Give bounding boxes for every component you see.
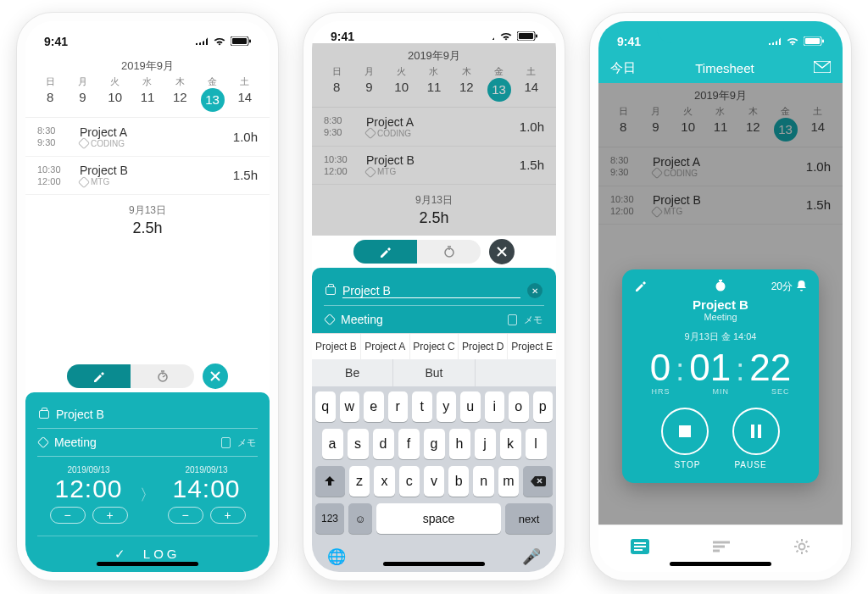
shift-key[interactable]: [315, 466, 345, 497]
next-key[interactable]: next: [505, 503, 553, 534]
calendar-day[interactable]: 土14: [229, 75, 261, 112]
stop-button[interactable]: [661, 408, 709, 455]
svg-rect-10: [822, 40, 824, 43]
tag-icon: [324, 314, 336, 325]
key[interactable]: y: [437, 391, 457, 422]
close-button[interactable]: [203, 364, 228, 389]
entry-mode-segmented[interactable]: [353, 240, 481, 264]
phone-screenshot-3: 9:41 今日 Timesheet 2019年9月 日8 月9 火10 水11: [590, 13, 851, 580]
key[interactable]: a: [322, 429, 343, 459]
kb-suggestion[interactable]: Be: [312, 359, 393, 386]
key[interactable]: t: [412, 391, 432, 422]
key[interactable]: b: [448, 466, 469, 497]
key[interactable]: w: [340, 391, 360, 422]
tab-reports[interactable]: [713, 539, 730, 558]
key[interactable]: e: [364, 391, 384, 422]
timer-mode-tab[interactable]: [417, 240, 481, 264]
svg-point-12: [716, 282, 726, 291]
key[interactable]: c: [399, 466, 420, 497]
backspace-key[interactable]: [523, 466, 553, 497]
key[interactable]: m: [498, 466, 519, 497]
key[interactable]: x: [374, 466, 394, 497]
memo-field[interactable]: メモ: [237, 436, 256, 449]
increment-button[interactable]: +: [92, 507, 128, 524]
manual-mode-tab[interactable]: [67, 364, 131, 388]
calendar-day[interactable]: 金13: [196, 75, 228, 112]
globe-icon[interactable]: 🌐: [327, 547, 346, 566]
end-time-picker[interactable]: 2019/09/13 14:00 −+: [159, 465, 254, 524]
key[interactable]: s: [348, 429, 369, 459]
tag-field[interactable]: Meeting: [54, 436, 214, 449]
tab-timesheet[interactable]: [631, 539, 649, 558]
battery-icon: [231, 35, 251, 48]
key[interactable]: j: [475, 429, 496, 459]
bell-icon[interactable]: [796, 280, 807, 294]
timer-mode-tab[interactable]: [131, 364, 194, 388]
key[interactable]: l: [526, 429, 547, 459]
battery-icon: [517, 30, 537, 43]
pause-button[interactable]: [732, 408, 780, 455]
key[interactable]: n: [473, 466, 493, 497]
tab-settings[interactable]: [793, 538, 810, 559]
suggestion-item[interactable]: Project E: [508, 334, 556, 359]
key[interactable]: r: [388, 391, 409, 422]
emoji-key[interactable]: ☺: [348, 503, 372, 534]
key[interactable]: v: [424, 466, 444, 497]
tag-icon: [37, 436, 49, 448]
wifi-icon: [213, 35, 226, 48]
briefcase-icon: [326, 286, 336, 295]
svg-rect-2: [249, 40, 251, 43]
suggestion-item[interactable]: Project B: [312, 334, 361, 359]
increment-button[interactable]: +: [210, 507, 246, 524]
key[interactable]: p: [533, 391, 554, 422]
today-button[interactable]: 今日: [610, 60, 636, 76]
status-time: 9:41: [331, 30, 354, 43]
calendar-day[interactable]: 火10: [99, 75, 131, 112]
bars-icon: [713, 541, 730, 554]
key[interactable]: i: [485, 391, 505, 422]
close-button[interactable]: [489, 239, 515, 264]
day-summary: 9月13日 2.5h: [25, 195, 270, 246]
key[interactable]: z: [349, 466, 370, 497]
calendar-day[interactable]: 水11: [131, 75, 164, 112]
entry-title: Project B: [80, 164, 233, 177]
project-input[interactable]: Project B: [342, 284, 520, 298]
pause-icon: [750, 425, 762, 438]
key[interactable]: o: [509, 391, 529, 422]
project-field[interactable]: Project B: [56, 408, 256, 421]
time-entry-row[interactable]: 8:309:30 Project ACODING 1.0h: [25, 118, 270, 157]
key[interactable]: u: [460, 391, 481, 422]
calendar-day[interactable]: 木12: [164, 75, 196, 112]
numbers-key[interactable]: 123: [315, 503, 344, 534]
kb-suggestion[interactable]: [476, 359, 556, 386]
time-entry-row[interactable]: 10:3012:00 Project BMTG 1.5h: [25, 157, 270, 196]
log-button[interactable]: ✓ LOG: [37, 536, 258, 572]
key[interactable]: k: [500, 429, 521, 459]
decrement-button[interactable]: −: [50, 507, 86, 524]
tag-input[interactable]: Meeting: [341, 313, 501, 326]
suggestion-item[interactable]: Project D: [459, 334, 508, 359]
entry-mode-segmented[interactable]: [67, 364, 194, 388]
manual-mode-tab[interactable]: [353, 240, 417, 264]
memo-icon: [508, 314, 517, 325]
mic-icon[interactable]: 🎤: [522, 547, 541, 566]
timer-project: Project B: [634, 297, 807, 312]
key[interactable]: h: [449, 429, 470, 459]
calendar-day[interactable]: 日8: [34, 75, 66, 112]
decrement-button[interactable]: −: [168, 507, 203, 524]
calendar-day[interactable]: 月9: [66, 75, 98, 112]
suggestion-item[interactable]: Project C: [410, 334, 459, 359]
space-key[interactable]: space: [376, 503, 501, 534]
key[interactable]: q: [315, 391, 336, 422]
log-entry-panel: Project B ✕ Meeting メモ: [312, 268, 556, 333]
key[interactable]: g: [424, 429, 445, 459]
edit-button[interactable]: [634, 280, 648, 294]
modal-dimmer[interactable]: [312, 43, 556, 236]
mail-icon[interactable]: [814, 61, 831, 75]
kb-suggestion[interactable]: But: [393, 359, 475, 386]
clear-button[interactable]: ✕: [527, 283, 542, 298]
key[interactable]: f: [398, 429, 420, 459]
suggestion-item[interactable]: Project A: [361, 334, 410, 359]
start-time-picker[interactable]: 2019/09/13 12:00 −+: [41, 465, 136, 524]
key[interactable]: d: [373, 429, 394, 459]
